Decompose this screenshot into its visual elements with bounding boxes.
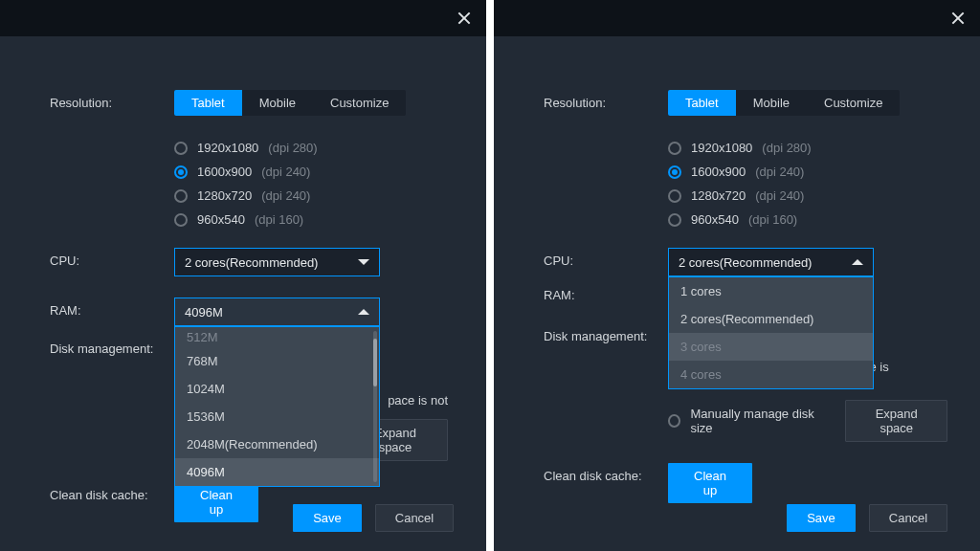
resolution-tabs: Tablet Mobile Customize bbox=[174, 90, 406, 116]
clean-label: Clean disk cache: bbox=[544, 463, 668, 483]
ram-dropdown: 512M 768M 1024M 1536M 2048M(Recommended)… bbox=[174, 326, 380, 487]
resolution-option[interactable]: 960x540(dpi 160) bbox=[668, 212, 812, 227]
ram-select-value: 4096M bbox=[185, 305, 223, 320]
cpu-select[interactable]: 2 cores(Recommended) bbox=[668, 248, 874, 276]
resolution-options: 1920x1080(dpi 280) 1600x900(dpi 240) 128… bbox=[174, 137, 318, 227]
resolution-option[interactable]: 1600x900(dpi 240) bbox=[174, 165, 318, 179]
resolution-option[interactable]: 1280x720(dpi 240) bbox=[668, 188, 812, 203]
radio-icon bbox=[174, 189, 188, 203]
resolution-label: Resolution: bbox=[544, 90, 668, 110]
radio-icon bbox=[668, 165, 681, 179]
tab-tablet[interactable]: Tablet bbox=[174, 90, 242, 116]
ram-option[interactable]: 768M bbox=[175, 347, 379, 375]
chevron-down-icon bbox=[358, 259, 369, 265]
ram-select[interactable]: 4096M bbox=[174, 298, 380, 326]
cpu-select-value: 2 cores(Recommended) bbox=[185, 255, 318, 270]
ram-option[interactable]: 1024M bbox=[175, 375, 379, 403]
expand-space-button[interactable]: Expand space bbox=[845, 400, 947, 442]
cpu-option[interactable]: 3 cores bbox=[669, 333, 873, 361]
resolution-tabs: Tablet Mobile Customize bbox=[668, 90, 900, 116]
radio-icon bbox=[174, 165, 188, 179]
save-button[interactable]: Save bbox=[787, 504, 856, 532]
resolution-option[interactable]: 1600x900(dpi 240) bbox=[668, 165, 812, 179]
disk-manual-option[interactable]: Manually manage disk size bbox=[668, 407, 832, 435]
cpu-select-value: 2 cores(Recommended) bbox=[679, 255, 812, 270]
title-bar bbox=[494, 0, 980, 36]
radio-icon bbox=[174, 142, 188, 155]
tab-customize[interactable]: Customize bbox=[313, 90, 406, 116]
clean-label: Clean disk cache: bbox=[50, 482, 174, 502]
cpu-option[interactable]: 4 cores bbox=[669, 361, 873, 388]
tab-customize[interactable]: Customize bbox=[807, 90, 900, 116]
tab-mobile[interactable]: Mobile bbox=[736, 90, 807, 116]
resolution-options: 1920x1080(dpi 280) 1600x900(dpi 240) 128… bbox=[668, 137, 812, 227]
ram-option[interactable]: 2048M(Recommended) bbox=[175, 430, 379, 458]
resolution-option[interactable]: 960x540(dpi 160) bbox=[174, 212, 318, 227]
cpu-label: CPU: bbox=[544, 248, 668, 268]
ram-option[interactable]: 4096M bbox=[175, 458, 379, 486]
chevron-up-icon bbox=[358, 309, 369, 315]
cancel-button[interactable]: Cancel bbox=[375, 504, 454, 532]
ram-label: RAM: bbox=[50, 298, 174, 318]
radio-icon bbox=[668, 189, 681, 203]
disk-label: Disk management: bbox=[544, 323, 668, 343]
cancel-button[interactable]: Cancel bbox=[869, 504, 947, 532]
disk-text-fragment: pace is not bbox=[388, 393, 448, 408]
clean-up-button[interactable]: Clean up bbox=[668, 463, 752, 503]
tab-mobile[interactable]: Mobile bbox=[242, 90, 313, 116]
close-icon[interactable] bbox=[456, 10, 473, 27]
settings-window-cpu-open: Resolution: Tablet Mobile Customize 1920… bbox=[494, 0, 980, 551]
radio-icon bbox=[174, 213, 188, 227]
cpu-option[interactable]: 1 cores bbox=[669, 277, 873, 305]
clean-up-button[interactable]: Clean up bbox=[174, 482, 258, 522]
resolution-option[interactable]: 1920x1080(dpi 280) bbox=[174, 141, 318, 155]
radio-icon bbox=[668, 414, 680, 428]
ram-option[interactable]: 512M bbox=[175, 327, 379, 347]
disk-label: Disk management: bbox=[50, 336, 174, 356]
ram-label: RAM: bbox=[544, 282, 668, 302]
resolution-option[interactable]: 1920x1080(dpi 280) bbox=[668, 141, 812, 155]
cpu-label: CPU: bbox=[50, 248, 174, 268]
resolution-label: Resolution: bbox=[50, 90, 174, 110]
settings-window-ram-open: Resolution: Tablet Mobile Customize 1920… bbox=[0, 0, 486, 551]
cpu-select[interactable]: 2 cores(Recommended) bbox=[174, 248, 380, 276]
resolution-option[interactable]: 1280x720(dpi 240) bbox=[174, 188, 318, 203]
tab-tablet[interactable]: Tablet bbox=[668, 90, 736, 116]
cpu-dropdown: 1 cores 2 cores(Recommended) 3 cores 4 c… bbox=[668, 276, 874, 389]
ram-option[interactable]: 1536M bbox=[175, 403, 379, 430]
chevron-up-icon bbox=[852, 259, 863, 265]
scrollbar[interactable] bbox=[373, 331, 377, 482]
title-bar bbox=[0, 0, 486, 36]
cpu-option[interactable]: 2 cores(Recommended) bbox=[669, 305, 873, 333]
close-icon[interactable] bbox=[949, 10, 967, 27]
radio-icon bbox=[668, 142, 681, 155]
radio-icon bbox=[668, 213, 681, 227]
save-button[interactable]: Save bbox=[293, 504, 362, 532]
